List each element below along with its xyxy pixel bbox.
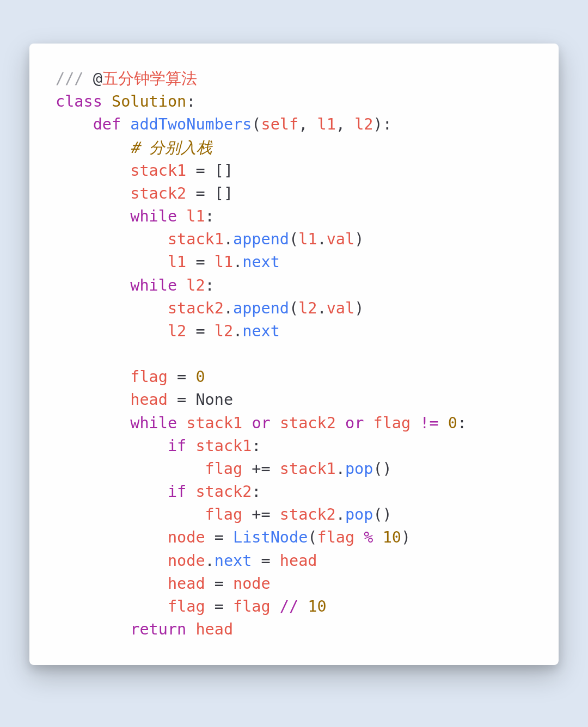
pop-method: pop	[345, 460, 373, 478]
def-keyword: def	[93, 115, 121, 133]
func-name: addTwoNumbers	[130, 115, 252, 133]
val-attr: val	[327, 230, 354, 248]
self-param: self	[261, 115, 299, 133]
var-stack1: stack1	[130, 162, 186, 180]
return-keyword: return	[130, 620, 186, 638]
while-keyword: while	[130, 207, 177, 225]
pop-method: pop	[345, 506, 373, 523]
append-method: append	[233, 299, 289, 317]
append-method: append	[233, 230, 289, 248]
number-literal: 10	[383, 528, 401, 546]
next-attr: next	[215, 552, 252, 570]
floordiv-operator: //	[280, 597, 298, 615]
or-keyword: or	[252, 414, 270, 432]
none-literal: None	[195, 391, 233, 409]
next-attr: next	[242, 322, 280, 340]
l1-param: l1	[317, 115, 336, 133]
class-name: Solution	[112, 93, 186, 110]
percent-operator: %	[364, 528, 373, 546]
val-attr: val	[327, 299, 354, 317]
while-keyword: while	[130, 276, 177, 294]
var-flag: flag	[130, 368, 168, 386]
next-attr: next	[242, 253, 280, 271]
neq-operator: !=	[420, 414, 438, 432]
if-keyword: if	[168, 437, 186, 455]
if-keyword: if	[168, 483, 186, 501]
class-keyword: class	[56, 93, 102, 110]
listnode-call: ListNode	[233, 528, 308, 546]
var-node: node	[168, 528, 205, 546]
comment-stack: # 分别入栈	[130, 139, 212, 157]
number-literal: 10	[308, 597, 326, 615]
comment-triple-slash: /// @五分钟学算法	[56, 70, 197, 88]
while-keyword: while	[130, 414, 177, 432]
number-literal: 0	[195, 368, 205, 386]
code-block: /// @五分钟学算法 class Solution: def addTwoNu…	[56, 67, 532, 641]
var-stack2: stack2	[130, 184, 186, 202]
l2-param: l2	[354, 115, 373, 133]
var-head: head	[130, 391, 168, 409]
or-keyword: or	[345, 414, 364, 432]
code-card: /// @五分钟学算法 class Solution: def addTwoNu…	[29, 44, 559, 665]
